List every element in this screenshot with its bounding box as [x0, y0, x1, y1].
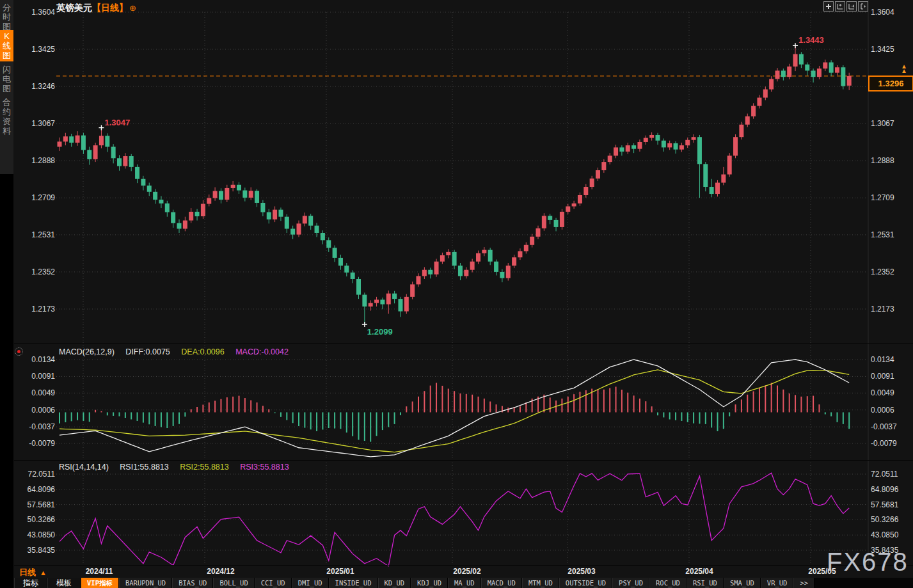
candle: [207, 198, 211, 204]
candle: [488, 250, 493, 262]
tab-指标[interactable]: 指标: [14, 578, 47, 588]
candle: [338, 258, 343, 266]
candle: [626, 145, 630, 152]
candle: [141, 179, 145, 186]
move-icon[interactable]: [823, 1, 834, 12]
candle: [829, 62, 834, 72]
period-selector[interactable]: 日线▲: [19, 567, 47, 578]
candle: [572, 203, 576, 207]
candle: [847, 76, 852, 86]
sidebar-item-合约资料[interactable]: 合约资料: [0, 97, 13, 136]
candle: [75, 136, 80, 143]
candle: [662, 141, 666, 148]
candle: [530, 237, 534, 245]
candle: [123, 156, 127, 166]
price-axis-label-right: 1.2352: [871, 267, 910, 276]
tab-VR_UD[interactable]: VR_UD: [761, 578, 794, 588]
candle: [440, 255, 445, 262]
trading-app-window: 分时图K线图闪电图合约资料 英镑美元【日线】⊕ MACD(26,12,9) DI…: [0, 0, 913, 588]
candle: [58, 141, 62, 147]
candle: [715, 183, 720, 195]
candle: [781, 70, 786, 77]
candle: [69, 136, 74, 143]
tab-SMA_UD[interactable]: SMA_UD: [724, 578, 761, 588]
candle: [344, 266, 349, 273]
tab-OUTSIDE_UD[interactable]: OUTSIDE_UD: [559, 578, 612, 588]
candle: [153, 192, 157, 200]
candle: [835, 67, 839, 72]
candle: [679, 145, 684, 149]
candle: [285, 217, 289, 229]
tab-PSY_UD[interactable]: PSY_UD: [612, 578, 649, 588]
candle: [380, 299, 385, 304]
tab-MTM_UD[interactable]: MTM_UD: [522, 578, 559, 588]
candle: [369, 303, 373, 307]
candle: [590, 179, 594, 187]
restore-view-icon[interactable]: [858, 1, 868, 12]
candles-group: [58, 45, 852, 324]
candle: [464, 270, 468, 276]
candle: [237, 185, 241, 191]
candle: [195, 212, 200, 216]
sidebar-item-闪电图[interactable]: 闪电图: [0, 65, 13, 93]
tab-KDJ_UD[interactable]: KDJ_UD: [411, 578, 448, 588]
candle: [321, 233, 325, 240]
tab-BARUPDN_UD[interactable]: BARUPDN_UD: [119, 578, 172, 588]
rsi3-value: RSI3:55.8813: [240, 463, 289, 472]
tab-MACD_UD[interactable]: MACD_UD: [481, 578, 522, 588]
candle: [733, 137, 738, 155]
tab-VIP指标[interactable]: VIP指标: [81, 578, 119, 588]
period-arrow-icon: ▲: [40, 569, 47, 576]
candle: [362, 295, 367, 306]
candle: [93, 145, 98, 159]
price-axis-label-right: 1.2888: [871, 156, 910, 165]
candle: [249, 191, 253, 198]
tab-CCI_UD[interactable]: CCI_UD: [255, 578, 292, 588]
candle: [637, 142, 642, 149]
price-axis-label-left: 0.0006: [14, 406, 55, 415]
price-axis-label-left: 64.8096: [14, 485, 55, 494]
tab-DMI_UD[interactable]: DMI_UD: [292, 578, 329, 588]
candle: [697, 137, 702, 164]
price-axis-label-right: 0.0049: [871, 388, 910, 397]
chart-canvas[interactable]: [0, 0, 913, 588]
x-axis-scale-icon[interactable]: [835, 1, 845, 12]
candle: [147, 186, 152, 192]
candle: [710, 187, 714, 194]
annotation-1.2099: 1.2099: [367, 327, 393, 337]
tab-KD_UD[interactable]: KD_UD: [378, 578, 411, 588]
tab-MA_UD[interactable]: MA_UD: [448, 578, 481, 588]
swing-marker-cross: [99, 125, 104, 131]
candle: [494, 262, 498, 272]
sidebar-item-K线图[interactable]: K线图: [0, 30, 13, 61]
rsi-title: RSI(14,14,14): [59, 463, 109, 472]
add-indicator-icon[interactable]: ⊕: [129, 3, 136, 13]
price-axis-label-right: 0.0134: [871, 355, 910, 364]
sidebar-item-分时图[interactable]: 分时图: [0, 3, 13, 31]
tab-RSI_UD[interactable]: RSI_UD: [687, 578, 724, 588]
macd-diff-value: DIFF:0.0075: [125, 347, 170, 356]
panel-separator: [14, 343, 913, 344]
candle: [512, 257, 516, 266]
price-axis-label-left: 50.3266: [14, 515, 55, 524]
x-axis-shift-icon[interactable]: [846, 1, 857, 12]
indicator-settings-icon[interactable]: [15, 347, 23, 356]
tab->>[interactable]: >>: [793, 578, 814, 588]
candle: [63, 136, 68, 141]
candle: [674, 143, 678, 150]
tab-BOLL_UD[interactable]: BOLL_UD: [213, 578, 254, 588]
candle: [255, 191, 259, 203]
candle: [308, 216, 313, 225]
price-axis-label-left: 57.5681: [14, 500, 55, 509]
price-axis-label-left: 1.2352: [14, 267, 55, 276]
date-axis-label: 2025/04: [685, 567, 713, 576]
tab-INSIDE_UD[interactable]: INSIDE_UD: [329, 578, 378, 588]
candle: [578, 195, 582, 203]
candle: [560, 212, 564, 227]
tab-模板[interactable]: 模板: [47, 578, 81, 588]
rsi-line: [60, 473, 849, 566]
tab-ROC_UD[interactable]: ROC_UD: [649, 578, 687, 588]
tab-BIAS_UD[interactable]: BIAS_UD: [172, 578, 213, 588]
candle: [213, 191, 218, 198]
candle: [267, 212, 271, 219]
